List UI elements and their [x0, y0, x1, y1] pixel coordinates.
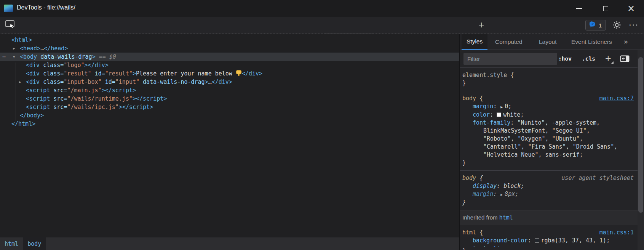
- code-token: </: [122, 104, 129, 111]
- code-token: </: [212, 79, 219, 85]
- css-token: ;: [521, 183, 524, 189]
- collapse-arrow-icon[interactable]: ▶: [13, 44, 15, 53]
- minimize-button[interactable]: [570, 0, 588, 17]
- issues-button[interactable]: 1: [585, 20, 606, 30]
- settings-button[interactable]: [611, 20, 622, 31]
- maximize-button[interactable]: [597, 0, 614, 17]
- code-token: head: [51, 45, 64, 52]
- css-token: :: [528, 237, 535, 244]
- dom-tree-row[interactable]: ⋯▼<body data-wails-drag> == $0: [0, 53, 459, 61]
- more-options-button[interactable]: ···: [628, 20, 640, 31]
- css-declaration[interactable]: "Helvetica Neue", sans-serif;: [460, 151, 638, 159]
- add-tab-button[interactable]: +: [475, 17, 487, 34]
- code-token: div: [219, 79, 229, 85]
- declaration-text: font-family: "Nunito", -apple-system,: [473, 119, 600, 126]
- sidebar-tab-bar: StylesComputedLayoutEvent Listeners: [460, 34, 644, 50]
- code-token: src=: [50, 87, 67, 94]
- css-selector-row[interactable]: body {main.css:7: [460, 95, 638, 103]
- sidebar-tab-styles[interactable]: Styles: [462, 34, 487, 50]
- breadcrumb-item-html[interactable]: html: [0, 237, 23, 250]
- css-declaration[interactable]: "Roboto", "Oxygen", "Ubuntu",: [460, 135, 638, 143]
- css-declaration[interactable]: display: block;: [460, 182, 638, 190]
- code-token: >: [133, 87, 136, 94]
- dom-tree-row[interactable]: </body>: [0, 111, 459, 120]
- app-icon: [4, 5, 13, 12]
- breadcrumb-item-body[interactable]: body: [23, 237, 46, 250]
- css-selector-row[interactable]: element.style {: [460, 71, 638, 79]
- code-token: <: [26, 79, 29, 85]
- dom-tree-row[interactable]: <script src="/wails/runtime.js"></script…: [0, 95, 459, 103]
- code-token: ==: [96, 53, 109, 60]
- dom-tree-row[interactable]: ▶<div class="input-box" id="input" data-…: [0, 78, 459, 86]
- close-window-button[interactable]: ×: [622, 0, 640, 17]
- css-token: :: [497, 183, 503, 189]
- code-token: </: [20, 112, 27, 119]
- dom-tree-row[interactable]: <html>: [0, 36, 459, 44]
- code-token: "/wails/ipc.js": [67, 104, 118, 111]
- toggle-element-state-button[interactable]: :hov: [558, 53, 572, 65]
- panel-left-arrow-icon: [620, 57, 630, 63]
- element-classes-button[interactable]: .cls: [582, 53, 595, 65]
- expand-arrow-icon[interactable]: ▼: [13, 53, 15, 61]
- code-token: </: [105, 87, 112, 94]
- css-selector: html: [462, 229, 476, 236]
- color-swatch[interactable]: [535, 238, 539, 243]
- css-token: background-color: [473, 237, 528, 244]
- code-token: script: [29, 95, 50, 102]
- code-token: >: [133, 70, 136, 77]
- css-token: :: [490, 111, 497, 118]
- css-declaration[interactable]: color: white;: [460, 111, 638, 119]
- code-token: …: [208, 79, 212, 85]
- toggle-sidebar-button[interactable]: [620, 55, 630, 64]
- dom-tree-row[interactable]: <div class="logo"></div>: [0, 61, 459, 69]
- devtools-tab-bar: WelcomeElementsConsoleSourcesNetworkPerf…: [0, 17, 644, 34]
- code-token: div: [95, 62, 105, 69]
- expand-shorthand-icon[interactable]: ▶: [500, 105, 503, 109]
- code-token: script: [112, 87, 133, 94]
- css-selector-row[interactable]: html {main.css:1: [460, 229, 638, 237]
- css-declaration[interactable]: font-family: "Nunito", -apple-system,: [460, 119, 638, 127]
- inspect-element-button[interactable]: [4, 20, 17, 30]
- css-declaration[interactable]: margin: ▶8px;: [460, 190, 638, 199]
- sidebar-scrollbar[interactable]: [638, 50, 644, 250]
- dom-tree-row[interactable]: <div class="result" id="result">Please e…: [0, 69, 459, 78]
- code-token: class=: [40, 70, 64, 77]
- open-brace: {: [476, 229, 483, 236]
- css-selector-row[interactable]: body {user agent stylesheet: [460, 174, 638, 182]
- styles-filter-input[interactable]: [463, 53, 557, 65]
- stylesheet-source-link[interactable]: main.css:1: [599, 229, 634, 237]
- css-declaration[interactable]: "Cantarell", "Fira Sans", "Droid Sans",: [460, 143, 638, 151]
- stylesheet-source-link[interactable]: main.css:7: [599, 95, 634, 103]
- sidebar-tab-computed[interactable]: Computed: [495, 34, 523, 50]
- dom-tree-row[interactable]: <script src="/wails/ipc.js"></script>: [0, 103, 459, 111]
- css-declaration[interactable]: margin: ▶0;: [460, 103, 638, 111]
- color-swatch[interactable]: [497, 112, 501, 117]
- dom-tree-row[interactable]: <script src="/main.js"></script>: [0, 86, 459, 95]
- code-token: $0: [109, 53, 116, 60]
- css-declaration[interactable]: background-color: rgba(33, 37, 43, 1);: [460, 237, 638, 245]
- css-token: "Cantarell", "Fira Sans", "Droid Sans",: [483, 143, 617, 150]
- sidebar-tab-event-listeners[interactable]: Event Listeners: [571, 34, 612, 50]
- expand-shorthand-icon[interactable]: ▶: [500, 192, 503, 197]
- new-style-rule-button[interactable]: +: [602, 52, 615, 65]
- code-token: body: [23, 53, 37, 60]
- collapse-arrow-icon[interactable]: ▶: [19, 78, 21, 86]
- close-brace-row: }: [460, 247, 638, 250]
- elements-panel: <html>▶<head>…</head>⋯▼<body data-wails-…: [0, 34, 459, 250]
- code-token: >: [64, 45, 68, 52]
- code-token: </: [242, 70, 249, 77]
- tab-overflow-chevron-icon[interactable]: »: [624, 34, 628, 50]
- code-token: …: [40, 45, 44, 52]
- scrollbar-thumb[interactable]: [638, 57, 643, 213]
- inspect-icon: [5, 19, 16, 31]
- row-overflow-dots-icon[interactable]: ⋯: [2, 53, 6, 61]
- code-token: >: [32, 120, 35, 127]
- inherited-node-link[interactable]: html: [499, 214, 513, 221]
- css-token: BlinkMacSystemFont, "Segoe UI",: [483, 127, 590, 134]
- sidebar-tab-layout[interactable]: Layout: [539, 34, 557, 50]
- dom-tree-row[interactable]: </html>: [0, 120, 459, 128]
- css-declaration[interactable]: BlinkMacSystemFont, "Segoe UI",: [460, 127, 638, 135]
- dom-tree-row[interactable]: ▶<head>…</head>: [0, 44, 459, 53]
- css-token: "Roboto", "Oxygen", "Ubuntu",: [483, 135, 583, 142]
- close-brace: }: [462, 247, 466, 250]
